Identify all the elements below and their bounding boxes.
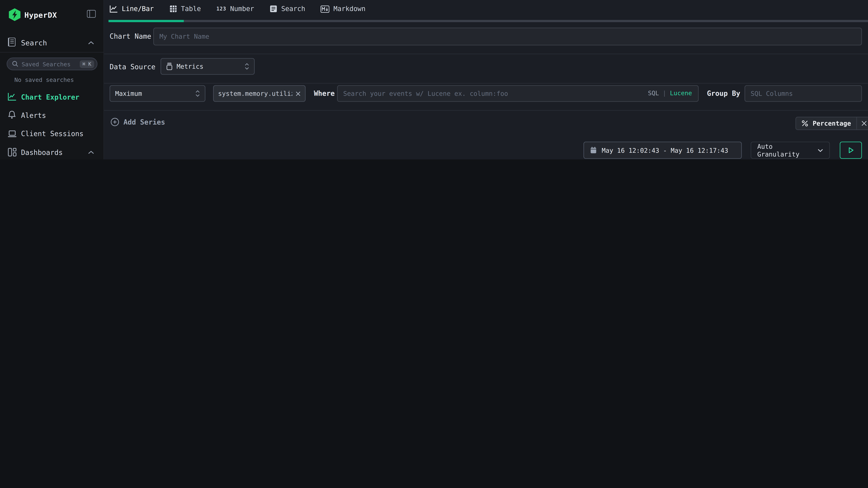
divider — [104, 83, 868, 84]
calendar-icon — [590, 147, 597, 154]
percentage-toggle[interactable]: Percentage — [796, 117, 868, 130]
tab-search[interactable]: Search — [270, 5, 305, 13]
line-chart-icon — [8, 92, 17, 101]
dashboards-icon — [8, 148, 17, 157]
database-icon — [166, 63, 173, 70]
sidebar-item-alerts[interactable]: Alerts — [21, 111, 46, 120]
chevron-down-icon — [818, 149, 823, 152]
data-source-value: Metrics — [177, 63, 241, 70]
line-chart-icon — [110, 5, 118, 13]
tab-number[interactable]: 123 Number — [216, 5, 254, 13]
data-source-label: Data Source — [110, 63, 155, 71]
active-tab-underline — [108, 20, 184, 22]
brand-title: HyperDX — [24, 10, 57, 19]
percent-icon — [802, 120, 808, 127]
lucene-option[interactable]: Lucene — [670, 90, 692, 97]
metric-tag[interactable]: system.memory.utiliza — [213, 85, 306, 102]
123-icon: 123 — [216, 6, 226, 12]
divider — [0, 52, 104, 53]
close-icon[interactable] — [296, 91, 301, 96]
chevron-up-icon[interactable] — [88, 151, 94, 154]
date-range-value: May 16 12:02:43 - May 16 12:17:43 — [602, 147, 728, 154]
bell-icon — [8, 110, 16, 120]
chart-name-label: Chart Name — [110, 32, 151, 40]
metric-tag-label: system.memory.utiliza — [218, 90, 292, 97]
chart-editor-panel: Line/Bar Table 123 Number Search — [104, 0, 868, 159]
date-range-picker[interactable]: May 16 12:02:43 - May 16 12:17:43 — [584, 142, 742, 159]
chart-name-input[interactable] — [153, 28, 862, 45]
play-icon — [848, 147, 854, 153]
saved-searches-input[interactable]: Saved Searches ⌘ K — [7, 58, 97, 70]
tab-line-bar[interactable]: Line/Bar — [110, 5, 154, 13]
where-label: Where — [314, 89, 335, 97]
divider — [104, 54, 868, 54]
aggregation-value: Maximum — [115, 90, 191, 97]
tab-markdown[interactable]: Markdown — [321, 5, 366, 13]
remove-percentage-button[interactable] — [857, 117, 868, 129]
sidebar: HyperDX Search Saved Searches ⌘ K No sav… — [0, 0, 104, 159]
aggregation-select[interactable]: Maximum — [110, 85, 206, 102]
run-query-button[interactable] — [840, 142, 862, 159]
granularity-value: Auto Granularity — [757, 142, 818, 158]
laptop-icon — [8, 130, 17, 138]
plus-circle-icon — [111, 118, 119, 126]
saved-searches-placeholder: Saved Searches — [22, 61, 76, 67]
sidebar-item-dashboards[interactable]: Dashboards — [21, 148, 63, 157]
hyperdx-logo-icon — [9, 8, 21, 21]
app-window: HyperDX Search Saved Searches ⌘ K No sav… — [0, 0, 868, 159]
granularity-select[interactable]: Auto Granularity — [751, 142, 830, 159]
list-lines-icon — [270, 5, 277, 13]
table-icon — [169, 5, 177, 13]
sidebar-item-search[interactable]: Search — [21, 39, 47, 47]
chevron-up-icon[interactable] — [88, 41, 94, 45]
no-saved-searches-note: No saved searches — [14, 76, 74, 83]
where-input-wrap: SQL | Lucene — [337, 85, 699, 102]
percentage-label: Percentage — [813, 120, 851, 127]
search-icon — [12, 61, 18, 67]
select-chevrons-icon — [245, 63, 249, 70]
sidebar-item-chart-explorer[interactable]: Chart Explorer — [21, 93, 80, 101]
group-by-input[interactable] — [744, 85, 862, 102]
journal-icon — [8, 38, 16, 46]
sidebar-item-client-sessions[interactable]: Client Sessions — [21, 129, 84, 138]
query-language-toggle[interactable]: SQL | Lucene — [648, 90, 692, 97]
tab-table[interactable]: Table — [169, 5, 201, 13]
data-source-select[interactable]: Metrics — [161, 58, 255, 75]
collapse-sidebar-icon[interactable] — [87, 10, 96, 18]
divider — [104, 110, 868, 110]
where-input[interactable] — [337, 85, 699, 102]
sql-option[interactable]: SQL — [648, 90, 659, 97]
kbd-shortcut: ⌘ K — [80, 60, 94, 68]
group-by-label: Group By — [707, 89, 740, 97]
close-icon — [862, 121, 867, 126]
main-content: Line/Bar Table 123 Number Search — [104, 0, 868, 159]
tab-bar: Line/Bar Table 123 Number Search — [104, 0, 868, 22]
markdown-icon — [321, 5, 330, 12]
tab-track — [108, 20, 868, 22]
select-chevrons-icon — [195, 90, 200, 97]
add-series-button[interactable]: Add Series — [111, 118, 165, 126]
